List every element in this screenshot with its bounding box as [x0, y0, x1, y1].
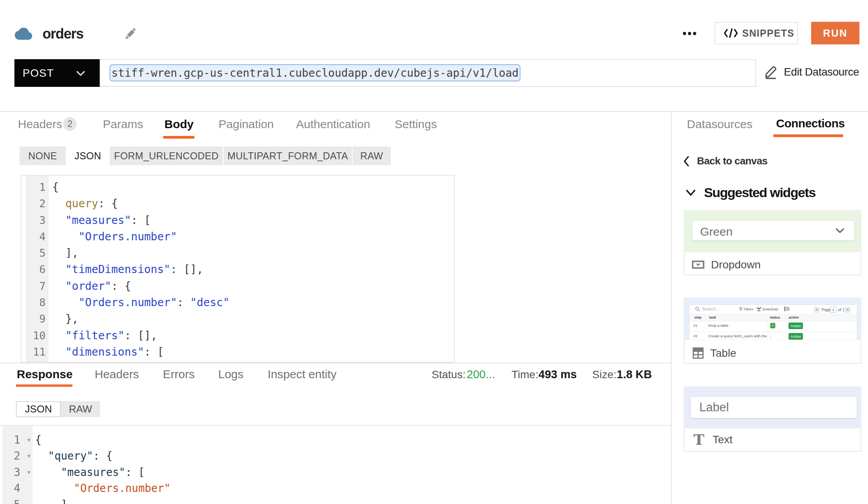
- url-input[interactable]: stiff-wren.gcp-us-central1.cubecloudapp.…: [100, 59, 756, 87]
- tab-params[interactable]: Params: [103, 118, 143, 131]
- run-label: RUN: [823, 27, 848, 39]
- code-text: "order": {: [52, 278, 131, 294]
- code-text: "timeDimensions": [],: [52, 261, 203, 278]
- status-value: 200...: [467, 368, 495, 381]
- table-widget-label: Table: [710, 347, 736, 359]
- line-number: 7: [26, 278, 46, 294]
- fold-toggle-icon[interactable]: ▾: [25, 464, 33, 480]
- mini-filters-label: Filters: [744, 307, 753, 311]
- response-format-json[interactable]: JSON: [16, 401, 61, 417]
- code-line: 2▾ "query": {: [2, 448, 669, 464]
- tab-datasources[interactable]: Datasources: [687, 118, 752, 131]
- line-number: 9: [26, 311, 46, 327]
- tab-inspect-entity[interactable]: Inspect entity: [268, 368, 337, 381]
- add-dropdown-widget-button[interactable]: Dropdown: [684, 252, 861, 275]
- code-line: 3▾ "measures": [: [2, 464, 669, 480]
- tab-connections[interactable]: Connections: [776, 117, 845, 130]
- mini-col-action: action: [789, 315, 799, 319]
- body-type-selector: NONE JSON FORM_URLENCODED MULTIPART_FORM…: [19, 146, 391, 165]
- code-line: 10 "filters": [],: [21, 328, 454, 344]
- mini-col-step: step: [694, 315, 702, 319]
- code-text: "filters": [],: [52, 328, 157, 344]
- tab-pagination[interactable]: Pagination: [219, 118, 274, 131]
- mini-download-label: Download: [762, 307, 778, 311]
- line-number: 2: [26, 196, 46, 212]
- code-line: 1{: [21, 179, 454, 196]
- response-divider: [0, 363, 671, 363]
- fold-toggle-icon[interactable]: ▾: [25, 448, 33, 464]
- mini-row2-step: #2: [693, 334, 697, 338]
- action-name[interactable]: orders: [42, 26, 83, 42]
- tab-settings[interactable]: Settings: [395, 118, 437, 131]
- suggested-widget-table: Search... Filters Download < Page 1 of 1…: [684, 298, 861, 364]
- api-editor-page: orders SNIPPETS RUN POST stiff-wren.: [0, 0, 868, 504]
- body-type-form-urlencoded[interactable]: FORM_URLENCODED: [109, 146, 223, 165]
- preview-label-text: Label: [699, 397, 729, 418]
- code-text: "measures": [: [52, 212, 151, 229]
- line-number: 1: [2, 432, 20, 448]
- more-actions-menu-icon[interactable]: [681, 29, 698, 38]
- request-body-editor[interactable]: 1{2 query: {3 "measures": [4 "Orders.num…: [21, 175, 455, 363]
- mini-col-status: status: [770, 315, 780, 319]
- back-to-canvas-label: Back to canvas: [697, 155, 767, 167]
- add-text-widget-button[interactable]: T Text: [684, 428, 861, 452]
- dropdown-widget-icon: [692, 261, 704, 269]
- mini-next-page-icon: >: [845, 307, 850, 313]
- mini-table-row-divider: [690, 321, 857, 321]
- tab-authentication[interactable]: Authentication: [296, 118, 370, 131]
- mini-page-value: 1: [830, 307, 836, 313]
- code-line: 11 "dimensions": [: [21, 344, 454, 360]
- text-widget-preview: Label: [684, 386, 861, 428]
- table-widget-preview: Search... Filters Download < Page 1 of 1…: [684, 298, 861, 340]
- run-button[interactable]: RUN: [811, 22, 859, 44]
- code-text: ],: [52, 245, 78, 261]
- mini-search-icon: [695, 307, 700, 312]
- add-table-widget-button[interactable]: Table: [684, 340, 861, 364]
- body-type-raw[interactable]: RAW: [352, 146, 391, 165]
- mini-download-icon: [757, 307, 761, 311]
- mini-row1-task: Drop a table: [708, 323, 729, 328]
- fold-toggle-icon[interactable]: ▾: [25, 432, 33, 448]
- mini-table-column-line: [705, 314, 706, 340]
- edit-datasource-label: Edit Datasource: [784, 66, 859, 78]
- code-text: "Orders.number": "desc": [52, 294, 229, 311]
- suggested-widgets-header[interactable]: Suggested widgets: [686, 185, 815, 200]
- response-body-viewer[interactable]: 1▾{2▾ "query": {3▾ "measures": [4 "Order…: [2, 426, 669, 504]
- body-type-multipart[interactable]: MULTIPART_FORM_DATA: [223, 146, 352, 165]
- mini-row2-action-button: Action: [789, 333, 803, 340]
- header-divider: [0, 111, 868, 112]
- back-to-canvas-button[interactable]: Back to canvas: [683, 155, 767, 167]
- time-label: Time:: [512, 368, 538, 381]
- tab-headers[interactable]: Headers: [18, 118, 62, 131]
- edit-datasource-button[interactable]: Edit Datasource: [765, 65, 859, 79]
- tab-response-headers[interactable]: Headers: [95, 368, 139, 381]
- code-line: 6 "timeDimensions": [],: [21, 261, 454, 278]
- tab-errors[interactable]: Errors: [163, 368, 195, 381]
- mini-col-task: task: [709, 315, 716, 319]
- mini-table-column-line: [767, 314, 767, 340]
- code-line: 4 "Orders.number": [2, 480, 669, 496]
- chevron-down-icon: [686, 189, 695, 196]
- rename-pencil-icon[interactable]: [125, 27, 136, 40]
- code-line: 7 "order": {: [21, 278, 454, 294]
- tab-response[interactable]: Response: [17, 368, 72, 381]
- mini-row2-task: Create a query fetch_users with the M: [708, 334, 767, 338]
- tab-logs[interactable]: Logs: [218, 368, 243, 381]
- tab-body[interactable]: Body: [164, 118, 194, 131]
- line-number: 10: [26, 328, 46, 344]
- response-format-raw[interactable]: RAW: [61, 401, 100, 417]
- code-line: 4 "Orders.number": [21, 229, 454, 245]
- url-selection: stiff-wren.gcp-us-central1.cubecloudapp.…: [109, 64, 520, 81]
- http-method-dropdown[interactable]: POST: [14, 59, 100, 87]
- connections-tab-underline: [773, 134, 843, 137]
- time-value: 493 ms: [538, 368, 577, 381]
- body-type-json[interactable]: JSON: [66, 146, 109, 165]
- code-line: 1▾{: [2, 432, 669, 448]
- code-text: {: [35, 432, 42, 448]
- snippets-label: SNIPPETS: [742, 28, 794, 39]
- line-number: 2: [2, 448, 20, 464]
- line-number: 11: [26, 344, 46, 360]
- snippets-button[interactable]: SNIPPETS: [715, 22, 798, 44]
- rest-api-cloud-icon: [15, 28, 32, 40]
- body-type-none[interactable]: NONE: [19, 146, 66, 165]
